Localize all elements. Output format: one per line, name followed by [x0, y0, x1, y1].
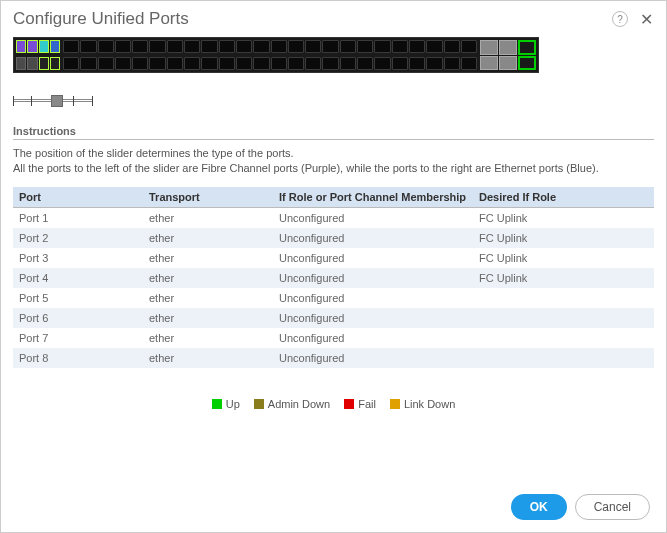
port-type-slider[interactable]	[13, 93, 93, 109]
cell-port: Port 3	[13, 248, 143, 268]
th-role[interactable]: If Role or Port Channel Membership	[273, 187, 473, 208]
switch-front-panel	[13, 37, 539, 73]
th-desired[interactable]: Desired If Role	[473, 187, 654, 208]
table-row[interactable]: Port 7etherUnconfigured	[13, 328, 654, 348]
cell-transport: ether	[143, 288, 273, 308]
cell-desired	[473, 348, 654, 368]
table-row[interactable]: Port 2etherUnconfiguredFC Uplink	[13, 228, 654, 248]
cell-transport: ether	[143, 328, 273, 348]
cell-desired: FC Uplink	[473, 248, 654, 268]
cell-port: Port 2	[13, 228, 143, 248]
legend-admin-down: Admin Down	[254, 398, 330, 410]
dialog-title: Configure Unified Ports	[13, 9, 612, 29]
cell-role: Unconfigured	[273, 348, 473, 368]
ok-button[interactable]: OK	[511, 494, 567, 520]
cell-transport: ether	[143, 228, 273, 248]
switch-port-grid	[62, 38, 478, 72]
cell-port: Port 7	[13, 328, 143, 348]
legend-link-down: Link Down	[390, 398, 455, 410]
switch-module-right	[478, 38, 538, 72]
cell-transport: ether	[143, 248, 273, 268]
cell-port: Port 4	[13, 268, 143, 288]
legend-fail: Fail	[344, 398, 376, 410]
cell-transport: ether	[143, 207, 273, 228]
cell-transport: ether	[143, 268, 273, 288]
status-legend: Up Admin Down Fail Link Down	[1, 398, 666, 410]
dialog-footer: OK Cancel	[511, 494, 650, 520]
th-port[interactable]: Port	[13, 187, 143, 208]
instructions-text: The position of the slider determines th…	[13, 146, 654, 177]
cell-port: Port 8	[13, 348, 143, 368]
dialog-header: Configure Unified Ports ? ✕	[1, 1, 666, 33]
th-transport[interactable]: Transport	[143, 187, 273, 208]
cell-role: Unconfigured	[273, 288, 473, 308]
legend-fail-label: Fail	[358, 398, 376, 410]
table-row[interactable]: Port 1etherUnconfiguredFC Uplink	[13, 207, 654, 228]
cell-port: Port 6	[13, 308, 143, 328]
cell-desired: FC Uplink	[473, 268, 654, 288]
legend-link-label: Link Down	[404, 398, 455, 410]
instructions-heading: Instructions	[13, 121, 654, 140]
cell-role: Unconfigured	[273, 207, 473, 228]
slider-handle[interactable]	[51, 95, 63, 107]
cell-desired: FC Uplink	[473, 207, 654, 228]
cell-role: Unconfigured	[273, 308, 473, 328]
cell-port: Port 5	[13, 288, 143, 308]
swatch-link-icon	[390, 399, 400, 409]
table-row[interactable]: Port 3etherUnconfiguredFC Uplink	[13, 248, 654, 268]
switch-module-left	[14, 38, 62, 72]
cell-desired: FC Uplink	[473, 228, 654, 248]
legend-up: Up	[212, 398, 240, 410]
swatch-admin-icon	[254, 399, 264, 409]
legend-up-label: Up	[226, 398, 240, 410]
cell-transport: ether	[143, 348, 273, 368]
cell-role: Unconfigured	[273, 268, 473, 288]
table-row[interactable]: Port 6etherUnconfigured	[13, 308, 654, 328]
table-header-row: Port Transport If Role or Port Channel M…	[13, 187, 654, 208]
swatch-up-icon	[212, 399, 222, 409]
close-icon[interactable]: ✕	[638, 10, 654, 29]
table-row[interactable]: Port 5etherUnconfigured	[13, 288, 654, 308]
swatch-fail-icon	[344, 399, 354, 409]
ports-table: Port Transport If Role or Port Channel M…	[13, 187, 654, 368]
table-row[interactable]: Port 8etherUnconfigured	[13, 348, 654, 368]
cell-port: Port 1	[13, 207, 143, 228]
cell-desired	[473, 308, 654, 328]
cell-desired	[473, 328, 654, 348]
instruction-line-1: The position of the slider determines th…	[13, 146, 654, 161]
cell-role: Unconfigured	[273, 328, 473, 348]
cell-transport: ether	[143, 308, 273, 328]
cell-desired	[473, 288, 654, 308]
cell-role: Unconfigured	[273, 228, 473, 248]
table-row[interactable]: Port 4etherUnconfiguredFC Uplink	[13, 268, 654, 288]
cancel-button[interactable]: Cancel	[575, 494, 650, 520]
cell-role: Unconfigured	[273, 248, 473, 268]
instruction-line-2: All the ports to the left of the slider …	[13, 161, 654, 176]
help-icon[interactable]: ?	[612, 11, 628, 27]
legend-admin-label: Admin Down	[268, 398, 330, 410]
